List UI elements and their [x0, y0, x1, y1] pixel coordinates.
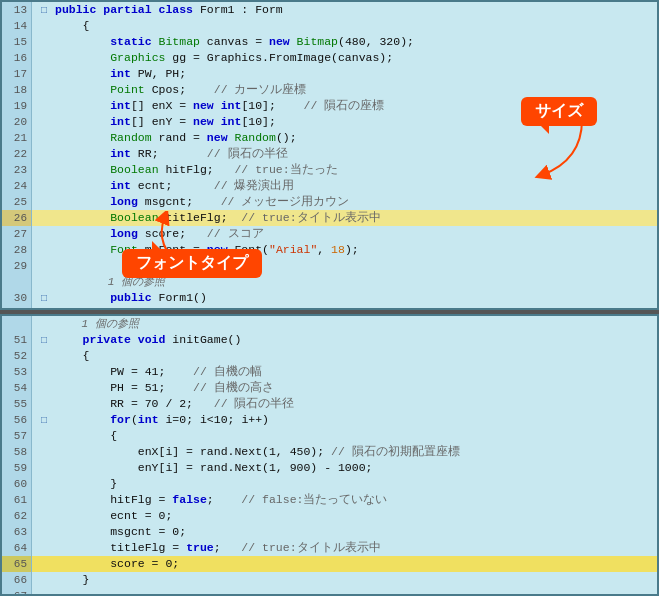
code-line-16: 16 Graphics gg = Graphics.FromImage(canv… — [2, 50, 657, 66]
code-line-13: 13 □ public partial class Form1 : Form — [2, 2, 657, 18]
code-line-58: 58 enX[i] = rand.Next(1, 450); // 隕石の初期配… — [2, 444, 657, 460]
code-line-62: 62 ecnt = 0; — [2, 508, 657, 524]
code-line-66: 66 } — [2, 572, 657, 588]
code-line-28: 28 Font myFont = new Font("Arial", 18); — [2, 242, 657, 258]
top-code-content: 13 □ public partial class Form1 : Form 1… — [2, 2, 657, 308]
size-balloon: サイズ — [521, 97, 597, 126]
code-line-18: 18 Point Cpos; // カーソル座標 — [2, 82, 657, 98]
code-line-61: 61 hitFlg = false; // false:当たっていない — [2, 492, 657, 508]
code-line-15: 15 static Bitmap canvas = new Bitmap(480… — [2, 34, 657, 50]
code-line-56: 56 □ for(int i=0; i<10; i++) — [2, 412, 657, 428]
code-line-60: 60 } — [2, 476, 657, 492]
code-line-53: 53 PW = 41; // 自機の幅 — [2, 364, 657, 380]
font-type-balloon: フォントタイプ — [122, 249, 262, 278]
code-line-51: 51 □ private void initGame() — [2, 332, 657, 348]
code-line-30: 30 □ public Form1() — [2, 290, 657, 306]
code-line-64: 64 titleFlg = true; // true:タイトル表示中 — [2, 540, 657, 556]
code-line-25: 25 long msgcnt; // メッセージ用カウン — [2, 194, 657, 210]
bottom-code-content: 1 個の参照 51 □ private void initGame() 52 {… — [2, 316, 657, 594]
code-line-24: 24 int ecnt; // 爆発演出用 — [2, 178, 657, 194]
top-panel: サイズ フォントタイプ 13 □ public partial class Fo… — [0, 0, 659, 310]
code-line-21: 21 Random rand = new Random(); — [2, 130, 657, 146]
code-line-52: 52 { — [2, 348, 657, 364]
code-line-67: 67 — [2, 588, 657, 596]
code-line-26: 26 Boolean titleFlg; // true:タイトル表示中 — [2, 210, 657, 226]
code-line-54: 54 PH = 51; // 自機の高さ — [2, 380, 657, 396]
code-line-23: 23 Boolean hitFlg; // true:当たった — [2, 162, 657, 178]
code-line-27: 27 long score; // スコア — [2, 226, 657, 242]
code-line-55: 55 RR = 70 / 2; // 隕石の半径 — [2, 396, 657, 412]
code-line-ref: 1 個の参照 — [2, 274, 657, 290]
code-line-17: 17 int PW, PH; — [2, 66, 657, 82]
bottom-ref-line: 1 個の参照 — [2, 316, 657, 332]
code-line-22: 22 int RR; // 隕石の半径 — [2, 146, 657, 162]
code-line-29: 29 — [2, 258, 657, 274]
code-line-59: 59 enY[i] = rand.Next(1, 900) - 1000; — [2, 460, 657, 476]
code-line-65: 65 score = 0; — [2, 556, 657, 572]
code-line-57: 57 { — [2, 428, 657, 444]
code-line-14: 14 { — [2, 18, 657, 34]
bottom-panel: 1 個の参照 51 □ private void initGame() 52 {… — [0, 314, 659, 596]
code-line-31: 31 { — [2, 306, 657, 310]
code-line-63: 63 msgcnt = 0; — [2, 524, 657, 540]
